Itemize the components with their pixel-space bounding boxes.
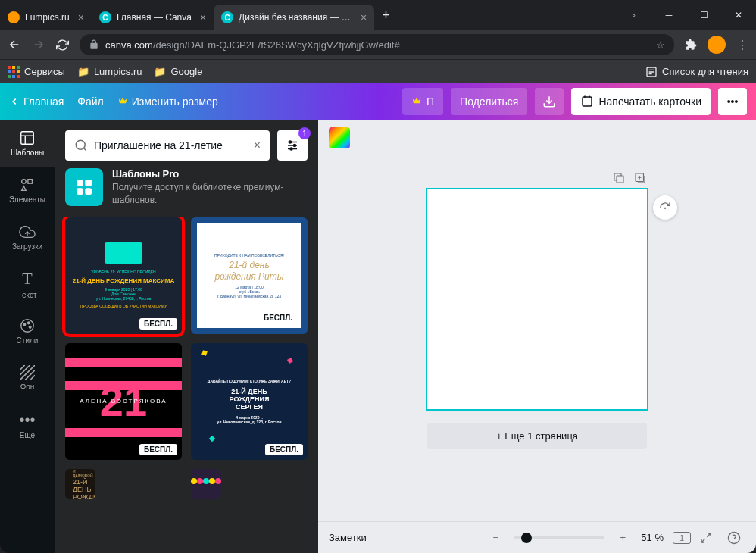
url-domain: canva.com/design/DAEm-QJGP2E/fS26SWcyXql… xyxy=(105,39,400,51)
bookmark-lumpics[interactable]: 📁Lumpics.ru xyxy=(77,66,142,77)
notes-button[interactable]: Заметки xyxy=(329,532,367,543)
maximize-button[interactable]: ☐ xyxy=(686,0,721,30)
pro-banner[interactable]: Шаблоны Pro Получите доступ к библиотеке… xyxy=(65,168,308,207)
canvas-page[interactable] xyxy=(427,189,647,409)
free-badge: БЕСПЛ. xyxy=(139,444,177,455)
clear-search-icon[interactable]: × xyxy=(254,139,261,152)
url-bar: canva.com/design/DAEm-QJGP2E/fS26SWcyXql… xyxy=(0,30,756,59)
close-icon[interactable]: × xyxy=(78,11,84,23)
svg-rect-8 xyxy=(17,75,20,78)
crown-icon xyxy=(411,96,422,107)
minimize-button[interactable]: ─ xyxy=(651,0,686,30)
color-picker[interactable] xyxy=(329,127,350,148)
duplicate-page-icon[interactable] xyxy=(612,171,626,185)
main-area: Шаблоны Элементы Загрузки TТекст Стили Ф… xyxy=(0,120,756,553)
reload-button[interactable] xyxy=(56,39,69,52)
side-nav: Шаблоны Элементы Загрузки TТекст Стили Ф… xyxy=(0,120,55,553)
svg-rect-0 xyxy=(8,66,11,69)
reading-list[interactable]: Список для чтения xyxy=(645,66,748,78)
close-icon[interactable]: × xyxy=(200,11,206,23)
nav-text[interactable]: TТекст xyxy=(0,261,55,308)
svg-rect-6 xyxy=(8,75,11,78)
svg-point-21 xyxy=(27,322,30,324)
back-button[interactable] xyxy=(8,38,21,52)
nav-more[interactable]: •••Еще xyxy=(0,401,55,448)
svg-rect-35 xyxy=(617,176,623,183)
slider-thumb[interactable] xyxy=(521,533,532,543)
bottom-bar: Заметки − + 51 % 1 xyxy=(318,521,756,553)
svg-rect-34 xyxy=(85,188,92,195)
browser-titlebar: Lumpics.ru × C Главная — Canva × C Дизай… xyxy=(0,0,756,30)
profile-avatar[interactable] xyxy=(708,36,726,54)
search-input[interactable] xyxy=(94,139,248,152)
nav-uploads[interactable]: Загрузки xyxy=(0,214,55,261)
svg-rect-4 xyxy=(12,70,15,73)
tab-title: Дизайн без названия — Пригл xyxy=(239,12,352,23)
template-card[interactable]: УРОВЕНЬ 21: УСПЕШНО ПРОЙДЕН 21-Й ДЕНЬ РО… xyxy=(65,217,182,334)
nav-templates[interactable]: Шаблоны xyxy=(0,120,55,167)
browser-tab-active[interactable]: C Дизайн без названия — Пригл × xyxy=(214,5,374,30)
zoom-out-button[interactable]: − xyxy=(486,532,505,543)
download-button[interactable] xyxy=(535,88,564,115)
add-page-button[interactable]: + Еще 1 страница xyxy=(427,423,647,449)
template-card[interactable] xyxy=(191,469,221,499)
resize-button[interactable]: Изменить размер xyxy=(117,95,218,108)
chevron-left-icon xyxy=(9,96,20,107)
bookmark-star-icon[interactable]: ☆ xyxy=(656,39,665,51)
browser-tab[interactable]: C Главная — Canva × xyxy=(92,5,214,30)
sliders-icon xyxy=(286,139,299,152)
svg-rect-7 xyxy=(12,75,15,78)
menu-icon[interactable]: ⋮ xyxy=(736,38,748,52)
bookmark-services[interactable]: Сервисы xyxy=(8,66,65,78)
bookmark-google[interactable]: 📁Google xyxy=(154,66,202,77)
template-card[interactable]: ДАВАЙТЕ ПОШУМИМ! КТО УЖЕ ЗАЖИГАЕТ? 21-Й … xyxy=(191,343,308,460)
print-button[interactable]: Напечатать карточки xyxy=(571,88,711,115)
close-button[interactable]: ✕ xyxy=(721,0,756,30)
lights-illustration xyxy=(191,478,221,483)
new-tab-button[interactable]: + xyxy=(374,8,398,23)
tab-title: Lumpics.ru xyxy=(25,12,70,23)
svg-point-19 xyxy=(21,320,34,333)
svg-rect-13 xyxy=(583,97,592,106)
browser-tab[interactable]: Lumpics.ru × xyxy=(0,5,92,30)
zoom-value: 51 % xyxy=(641,532,664,543)
home-button[interactable]: Главная xyxy=(9,95,64,108)
templates-icon xyxy=(19,130,36,146)
svg-rect-2 xyxy=(17,66,20,69)
more-icon: ••• xyxy=(19,411,35,429)
zoom-in-button[interactable]: + xyxy=(614,532,632,543)
templates-panel: × 1 Шаблоны Pro Получите доступ к библио… xyxy=(55,120,318,553)
template-card[interactable]: БАЛЕТ ВОЛГИНОЙ И ДЫМОВОЙ 21-Й ДЕНЬ РОЖДЕ… xyxy=(65,469,95,499)
help-button[interactable] xyxy=(727,531,745,545)
nav-styles[interactable]: Стили xyxy=(0,308,55,355)
url-field[interactable]: canva.com/design/DAEm-QJGP2E/fS26SWcyXql… xyxy=(80,34,674,55)
add-page-icon[interactable] xyxy=(633,171,647,185)
share-button[interactable]: Поделиться xyxy=(451,88,527,115)
page-indicator[interactable]: 1 xyxy=(673,532,691,544)
folder-icon: 📁 xyxy=(154,66,166,77)
premium-button[interactable]: П xyxy=(402,88,443,115)
fullscreen-button[interactable] xyxy=(700,532,718,544)
template-card[interactable]: 21 АЛЕНА ВОСТРЯКОВА БЕСПЛ. xyxy=(65,343,182,460)
filter-button[interactable]: 1 xyxy=(277,130,308,161)
search-box[interactable]: × xyxy=(65,130,270,161)
svg-rect-31 xyxy=(77,180,83,186)
download-icon xyxy=(542,95,556,108)
forward-button[interactable] xyxy=(32,38,45,52)
file-menu[interactable]: Файл xyxy=(77,95,103,108)
svg-rect-32 xyxy=(85,180,92,186)
nav-elements[interactable]: Элементы xyxy=(0,167,55,214)
cloud-upload-icon xyxy=(19,223,36,240)
free-badge: БЕСПЛ. xyxy=(139,318,177,330)
zoom-slider[interactable] xyxy=(514,536,604,539)
close-icon[interactable]: × xyxy=(361,11,367,23)
extensions-icon[interactable] xyxy=(685,39,697,51)
favicon-icon: C xyxy=(99,11,111,23)
canva-toolbar: Главная Файл Изменить размер П Поделитьс… xyxy=(0,83,756,120)
template-card[interactable]: ПРИХОДИТЕ К НАМ ПОВЕСЕЛИТЬСЯ! 21-й деньр… xyxy=(191,217,308,334)
canvas-body[interactable]: + Еще 1 страница xyxy=(318,156,756,521)
extension-icon[interactable]: ◦ xyxy=(617,0,651,30)
rotate-button[interactable] xyxy=(653,195,677,220)
nav-background[interactable]: Фон xyxy=(0,355,55,401)
more-button[interactable]: ••• xyxy=(718,88,747,115)
